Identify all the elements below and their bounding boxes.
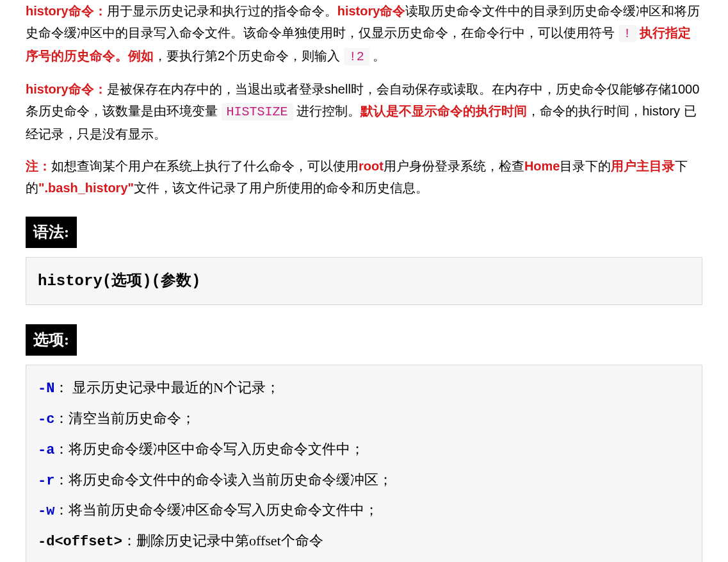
option-row: -N： 显示历史记录中最近的N个记录； — [38, 374, 690, 402]
option-colon: ： — [54, 379, 69, 395]
text: 。 — [369, 49, 386, 63]
option-desc: 将历史命令缓冲区中命令写入历史命令文件中； — [69, 441, 364, 457]
label-history-cmd: history命令： — [26, 4, 107, 18]
label-history-cmd: history命令： — [26, 82, 107, 96]
option-flag-d: -d<offset> — [38, 534, 122, 550]
option-row: -d<offset>：删除历史记录中第offset个命令 — [38, 527, 690, 556]
label-history-cmd-inline: history命令 — [337, 4, 406, 18]
inline-code-bang2: !2 — [344, 48, 369, 65]
text-home: Home — [524, 159, 560, 173]
text-default-no-time: 默认是不显示命令的执行时间 — [360, 104, 527, 118]
option-colon: ： — [54, 441, 69, 457]
option-flag-w: -w — [38, 503, 54, 519]
option-row: -c：清空当前历史命令； — [38, 405, 690, 433]
option-row: -r：将历史命令文件中的命令读入当前历史命令缓冲区； — [38, 467, 690, 495]
text: ，要执行第2个历史命令，则输入 — [154, 49, 344, 63]
paragraph-history-memory: history命令：是被保存在内存中的，当退出或者登录shell时，会自动保存或… — [26, 78, 702, 145]
text-user-home-dir: 用户主目录 — [611, 159, 675, 173]
label-note: 注： — [26, 159, 51, 173]
text: 进行控制。 — [293, 104, 361, 118]
option-colon: ： — [54, 502, 69, 518]
text: 目录下的 — [560, 159, 611, 173]
option-desc: 将历史命令文件中的命令读入当前历史命令缓冲区； — [69, 472, 392, 488]
option-row: -n<filename>：读取指定文件 — [38, 558, 690, 562]
syntax-text: history(选项)(参数) — [38, 272, 200, 290]
option-flag-a: -a — [38, 442, 54, 458]
paragraph-history-usage: history命令：用于显示历史记录和执行过的指令命令。history命令读取历… — [26, 0, 702, 68]
text-example-label: 例如 — [128, 49, 154, 63]
text: 用于显示历史记录和执行过的指令命令。 — [107, 4, 337, 18]
text-bash-history: ".bash_history" — [38, 181, 134, 195]
option-row: -a：将历史命令缓冲区中命令写入历史命令文件中； — [38, 436, 690, 464]
options-codeblock: -N： 显示历史记录中最近的N个记录； -c：清空当前历史命令； -a：将历史命… — [26, 365, 702, 562]
paragraph-note: 注：如想查询某个用户在系统上执行了什么命令，可以使用root用户身份登录系统，检… — [26, 155, 702, 199]
option-flag-r: -r — [38, 473, 54, 489]
header-options: 选项: — [26, 324, 77, 356]
option-colon: ： — [122, 533, 136, 549]
option-desc: 删除历史记录中第offset个命令 — [136, 533, 323, 549]
header-syntax: 语法: — [26, 217, 77, 248]
option-colon: ： — [54, 472, 69, 488]
inline-code-histsize: HISTSIZE — [222, 103, 293, 120]
option-flag-c: -c — [38, 411, 54, 427]
text: 文件，该文件记录了用户所使用的命令和历史信息。 — [134, 181, 428, 195]
option-desc: 显示历史记录中最近的N个记录； — [69, 379, 279, 395]
option-flag-N: -N — [38, 381, 54, 397]
option-colon: ： — [54, 410, 69, 426]
option-desc: 清空当前历史命令； — [69, 410, 195, 426]
inline-code-bang: ! — [619, 25, 636, 42]
syntax-codeblock: history(选项)(参数) — [26, 257, 702, 306]
option-desc: 将当前历史命令缓冲区命令写入历史命令文件中； — [69, 502, 378, 518]
text-root: root — [359, 159, 384, 173]
text: 用户身份登录系统，检查 — [384, 159, 524, 173]
text: 如想查询某个用户在系统上执行了什么命令，可以使用 — [51, 159, 359, 173]
option-row: -w：将当前历史命令缓冲区命令写入历史命令文件中； — [38, 497, 690, 525]
